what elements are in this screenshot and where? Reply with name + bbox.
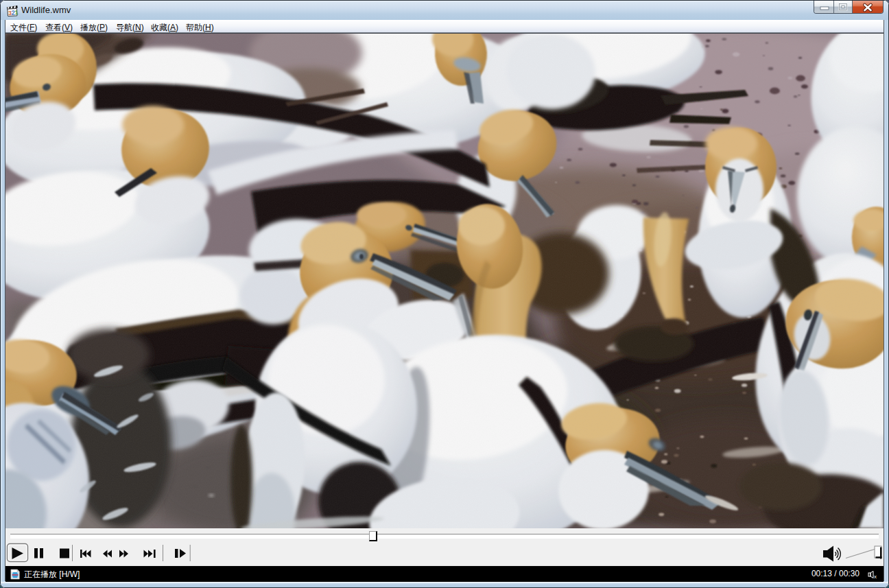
svg-text:x: x (874, 574, 877, 579)
svg-text:1: 1 (14, 9, 19, 16)
